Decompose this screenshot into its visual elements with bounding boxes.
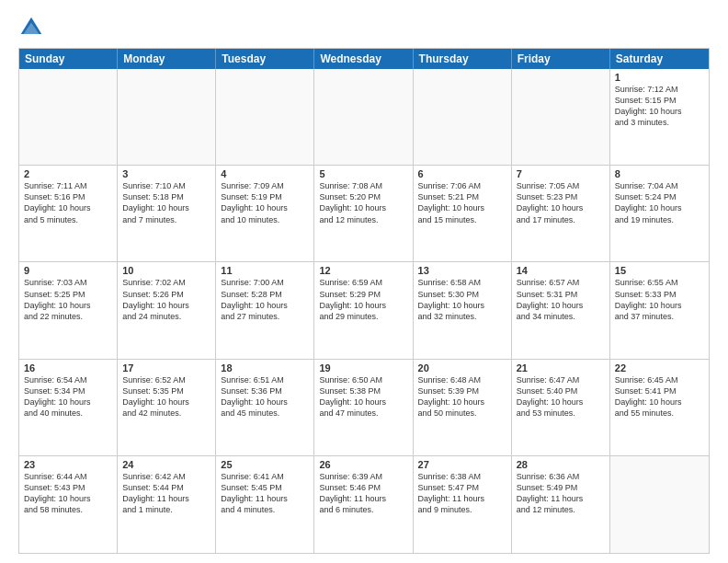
day-cell-24: 24Sunrise: 6:42 AM Sunset: 5:44 PM Dayli… — [118, 456, 216, 553]
day-info: Sunrise: 6:51 AM Sunset: 5:36 PM Dayligh… — [221, 374, 309, 419]
logo-icon — [18, 15, 44, 40]
calendar-row-4: 23Sunrise: 6:44 AM Sunset: 5:43 PM Dayli… — [19, 456, 709, 553]
day-info: Sunrise: 6:41 AM Sunset: 5:45 PM Dayligh… — [221, 471, 309, 516]
day-number: 1 — [615, 72, 704, 83]
day-cell-2: 2Sunrise: 7:11 AM Sunset: 5:16 PM Daylig… — [19, 166, 118, 261]
calendar-row-3: 16Sunrise: 6:54 AM Sunset: 5:34 PM Dayli… — [19, 360, 709, 456]
day-cell-17: 17Sunrise: 6:52 AM Sunset: 5:35 PM Dayli… — [118, 360, 216, 455]
header — [18, 15, 710, 40]
day-cell-empty-0-0 — [19, 69, 118, 165]
day-cell-7: 7Sunrise: 7:05 AM Sunset: 5:23 PM Daylig… — [512, 166, 610, 261]
day-info: Sunrise: 7:09 AM Sunset: 5:19 PM Dayligh… — [221, 180, 309, 225]
calendar-row-2: 9Sunrise: 7:03 AM Sunset: 5:25 PM Daylig… — [19, 262, 709, 359]
day-number: 18 — [221, 362, 309, 373]
day-number: 3 — [122, 168, 210, 179]
day-info: Sunrise: 6:47 AM Sunset: 5:40 PM Dayligh… — [517, 374, 605, 419]
day-cell-22: 22Sunrise: 6:45 AM Sunset: 5:41 PM Dayli… — [610, 360, 709, 455]
day-number: 9 — [24, 265, 112, 276]
day-info: Sunrise: 6:59 AM Sunset: 5:29 PM Dayligh… — [319, 277, 407, 322]
day-number: 13 — [418, 265, 506, 276]
day-cell-8: 8Sunrise: 7:04 AM Sunset: 5:24 PM Daylig… — [610, 166, 709, 261]
day-cell-11: 11Sunrise: 7:00 AM Sunset: 5:28 PM Dayli… — [216, 262, 314, 358]
day-number: 28 — [517, 459, 605, 470]
calendar-row-0: 1Sunrise: 7:12 AM Sunset: 5:15 PM Daylig… — [19, 69, 709, 166]
day-header-tuesday: Tuesday — [216, 49, 314, 69]
day-cell-26: 26Sunrise: 6:39 AM Sunset: 5:46 PM Dayli… — [314, 456, 413, 553]
day-cell-18: 18Sunrise: 6:51 AM Sunset: 5:36 PM Dayli… — [216, 360, 314, 455]
day-cell-12: 12Sunrise: 6:59 AM Sunset: 5:29 PM Dayli… — [314, 262, 413, 358]
day-info: Sunrise: 6:54 AM Sunset: 5:34 PM Dayligh… — [24, 374, 112, 419]
day-number: 4 — [221, 168, 309, 179]
day-header-thursday: Thursday — [414, 49, 512, 69]
day-number: 11 — [221, 265, 309, 276]
day-number: 24 — [122, 459, 210, 470]
day-number: 15 — [615, 265, 704, 276]
day-cell-empty-4-6 — [610, 456, 709, 553]
day-info: Sunrise: 6:55 AM Sunset: 5:33 PM Dayligh… — [615, 277, 704, 322]
day-info: Sunrise: 6:50 AM Sunset: 5:38 PM Dayligh… — [319, 374, 407, 419]
day-info: Sunrise: 7:00 AM Sunset: 5:28 PM Dayligh… — [221, 277, 309, 322]
day-number: 25 — [221, 459, 309, 470]
day-info: Sunrise: 7:11 AM Sunset: 5:16 PM Dayligh… — [24, 180, 112, 225]
day-number: 20 — [418, 362, 506, 373]
day-cell-empty-0-1 — [118, 69, 216, 165]
day-number: 23 — [24, 459, 112, 470]
calendar-row-1: 2Sunrise: 7:11 AM Sunset: 5:16 PM Daylig… — [19, 166, 709, 262]
day-number: 14 — [517, 265, 605, 276]
day-cell-16: 16Sunrise: 6:54 AM Sunset: 5:34 PM Dayli… — [19, 360, 118, 455]
day-cell-27: 27Sunrise: 6:38 AM Sunset: 5:47 PM Dayli… — [414, 456, 512, 553]
day-number: 8 — [615, 168, 704, 179]
day-cell-9: 9Sunrise: 7:03 AM Sunset: 5:25 PM Daylig… — [19, 262, 118, 358]
day-info: Sunrise: 7:04 AM Sunset: 5:24 PM Dayligh… — [615, 180, 704, 225]
day-cell-21: 21Sunrise: 6:47 AM Sunset: 5:40 PM Dayli… — [512, 360, 610, 455]
logo — [18, 15, 46, 40]
day-cell-28: 28Sunrise: 6:36 AM Sunset: 5:49 PM Dayli… — [512, 456, 610, 553]
day-info: Sunrise: 7:03 AM Sunset: 5:25 PM Dayligh… — [24, 277, 112, 322]
day-cell-10: 10Sunrise: 7:02 AM Sunset: 5:26 PM Dayli… — [118, 262, 216, 358]
day-info: Sunrise: 6:42 AM Sunset: 5:44 PM Dayligh… — [122, 471, 210, 516]
day-header-sunday: Sunday — [19, 49, 118, 69]
day-info: Sunrise: 7:10 AM Sunset: 5:18 PM Dayligh… — [122, 180, 210, 225]
day-cell-13: 13Sunrise: 6:58 AM Sunset: 5:30 PM Dayli… — [414, 262, 512, 358]
day-info: Sunrise: 6:52 AM Sunset: 5:35 PM Dayligh… — [122, 374, 210, 419]
day-cell-6: 6Sunrise: 7:06 AM Sunset: 5:21 PM Daylig… — [414, 166, 512, 261]
day-info: Sunrise: 7:02 AM Sunset: 5:26 PM Dayligh… — [122, 277, 210, 322]
day-header-friday: Friday — [512, 49, 610, 69]
day-info: Sunrise: 6:36 AM Sunset: 5:49 PM Dayligh… — [517, 471, 605, 516]
day-number: 10 — [122, 265, 210, 276]
day-info: Sunrise: 6:45 AM Sunset: 5:41 PM Dayligh… — [615, 374, 704, 419]
day-info: Sunrise: 6:48 AM Sunset: 5:39 PM Dayligh… — [418, 374, 506, 419]
day-header-monday: Monday — [118, 49, 216, 69]
day-info: Sunrise: 7:05 AM Sunset: 5:23 PM Dayligh… — [517, 180, 605, 225]
day-number: 22 — [615, 362, 704, 373]
day-info: Sunrise: 6:57 AM Sunset: 5:31 PM Dayligh… — [517, 277, 605, 322]
day-number: 26 — [319, 459, 407, 470]
day-info: Sunrise: 6:44 AM Sunset: 5:43 PM Dayligh… — [24, 471, 112, 516]
day-info: Sunrise: 6:58 AM Sunset: 5:30 PM Dayligh… — [418, 277, 506, 322]
day-cell-3: 3Sunrise: 7:10 AM Sunset: 5:18 PM Daylig… — [118, 166, 216, 261]
day-cell-15: 15Sunrise: 6:55 AM Sunset: 5:33 PM Dayli… — [610, 262, 709, 358]
day-number: 2 — [24, 168, 112, 179]
day-cell-19: 19Sunrise: 6:50 AM Sunset: 5:38 PM Dayli… — [314, 360, 413, 455]
day-header-wednesday: Wednesday — [314, 49, 413, 69]
day-info: Sunrise: 6:38 AM Sunset: 5:47 PM Dayligh… — [418, 471, 506, 516]
calendar-header: SundayMondayTuesdayWednesdayThursdayFrid… — [19, 49, 709, 69]
day-cell-empty-0-2 — [216, 69, 314, 165]
day-header-saturday: Saturday — [610, 49, 709, 69]
day-cell-20: 20Sunrise: 6:48 AM Sunset: 5:39 PM Dayli… — [414, 360, 512, 455]
day-cell-1: 1Sunrise: 7:12 AM Sunset: 5:15 PM Daylig… — [610, 69, 709, 165]
day-number: 21 — [517, 362, 605, 373]
day-cell-14: 14Sunrise: 6:57 AM Sunset: 5:31 PM Dayli… — [512, 262, 610, 358]
day-number: 19 — [319, 362, 407, 373]
day-number: 27 — [418, 459, 506, 470]
day-number: 6 — [418, 168, 506, 179]
day-number: 5 — [319, 168, 407, 179]
day-number: 7 — [517, 168, 605, 179]
day-cell-empty-0-3 — [314, 69, 413, 165]
day-cell-4: 4Sunrise: 7:09 AM Sunset: 5:19 PM Daylig… — [216, 166, 314, 261]
day-cell-empty-0-4 — [414, 69, 512, 165]
day-cell-25: 25Sunrise: 6:41 AM Sunset: 5:45 PM Dayli… — [216, 456, 314, 553]
day-cell-empty-0-5 — [512, 69, 610, 165]
day-info: Sunrise: 7:12 AM Sunset: 5:15 PM Dayligh… — [615, 84, 704, 129]
day-info: Sunrise: 7:06 AM Sunset: 5:21 PM Dayligh… — [418, 180, 506, 225]
